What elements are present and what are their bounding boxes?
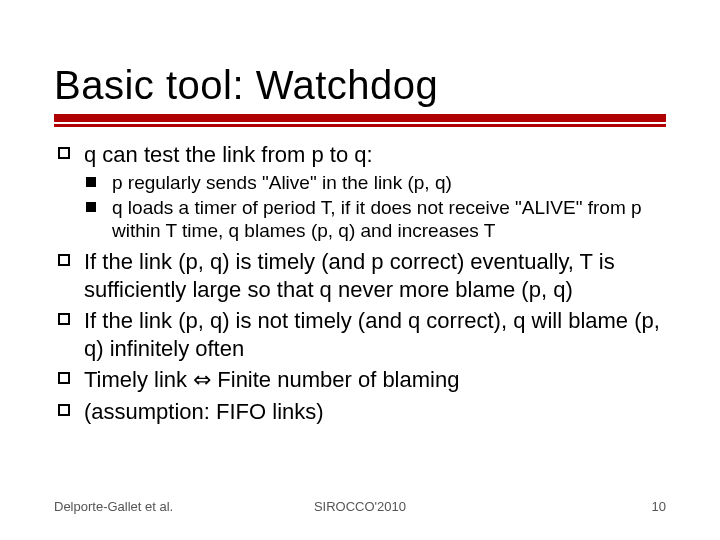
sub-bullet-item: q loads a timer of period T, if it does … [84,196,666,242]
slide-body: q can test the link from p to q: p regul… [54,141,666,425]
sub-bullet-item: p regularly sends "Alive" in the link (p… [84,171,666,194]
slide: Basic tool: Watchdog q can test the link… [0,0,720,540]
slide-footer: Delporte-Gallet et al. SIROCCO'2010 10 [0,499,720,514]
bullet-text: If the link (p, q) is not timely (and q … [84,308,660,361]
bullet-item: Timely link ⇔ Finite number of blaming [54,366,666,394]
footer-center: SIROCCO'2010 [0,499,720,514]
bullet-text: Timely link ⇔ Finite number of blaming [84,367,459,392]
sub-bullet-text: p regularly sends "Alive" in the link (p… [112,172,452,193]
bullet-text: (assumption: FIFO links) [84,399,324,424]
bullet-item: q can test the link from p to q: p regul… [54,141,666,242]
bullet-item: If the link (p, q) is not timely (and q … [54,307,666,362]
bullet-list: q can test the link from p to q: p regul… [54,141,666,425]
slide-title: Basic tool: Watchdog [54,64,666,106]
bullet-item: (assumption: FIFO links) [54,398,666,426]
bullet-item: If the link (p, q) is timely (and p corr… [54,248,666,303]
bullet-text: If the link (p, q) is timely (and p corr… [84,249,615,302]
title-underline [54,114,666,127]
sub-bullet-text: q loads a timer of period T, if it does … [112,197,642,241]
bullet-text: q can test the link from p to q: [84,142,373,167]
sub-bullet-list: p regularly sends "Alive" in the link (p… [84,171,666,243]
